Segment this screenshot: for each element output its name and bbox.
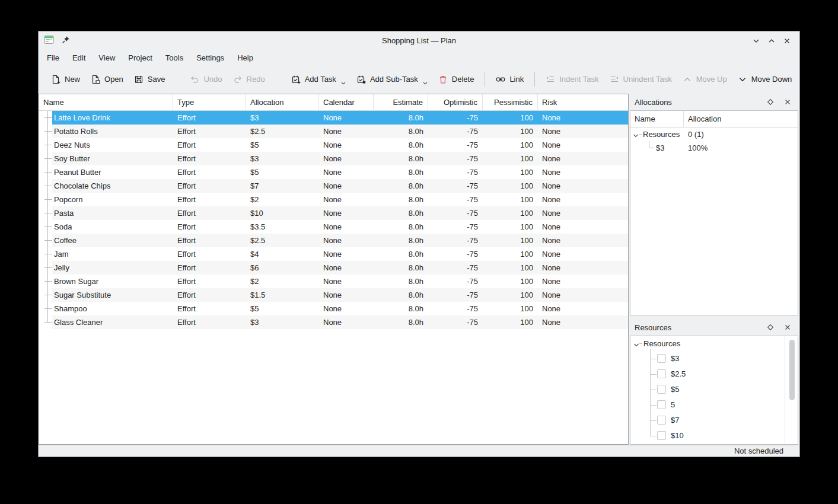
minimize-button[interactable] bbox=[751, 36, 761, 46]
cell-type: Effort bbox=[173, 165, 246, 179]
toolbar-button-move-down[interactable]: Move Down bbox=[732, 70, 798, 89]
column-header-name[interactable]: Name bbox=[39, 94, 173, 110]
resource-item[interactable]: $7 bbox=[630, 413, 798, 428]
resource-item[interactable]: $5 bbox=[630, 382, 798, 397]
cell-type: Effort bbox=[173, 111, 246, 125]
cell-allocation: $3 bbox=[246, 152, 319, 165]
cell-name: Sugar Substitute bbox=[39, 288, 173, 302]
task-row[interactable]: ShampooEffort$5None8.0h-75100None bbox=[39, 302, 628, 315]
task-row[interactable]: Peanut ButterEffort$5None8.0h-75100None bbox=[39, 165, 628, 179]
toolbar-button-save[interactable]: Save bbox=[129, 70, 171, 89]
task-row[interactable]: Brown SugarEffort$2None8.0h-75100None bbox=[39, 275, 628, 288]
menu-file[interactable]: File bbox=[40, 50, 66, 65]
toolbar-button-add-sub-task[interactable]: Add Sub-Task bbox=[351, 70, 433, 89]
toolbar-button-label: Indent Task bbox=[559, 75, 598, 84]
allocations-child-row[interactable]: $3 100% bbox=[630, 141, 798, 155]
resource-label: $7 bbox=[671, 413, 679, 428]
cell-estimate: 8.0h bbox=[374, 206, 428, 220]
column-header-allocation[interactable]: Allocation bbox=[246, 94, 319, 110]
pin-icon[interactable] bbox=[62, 36, 70, 46]
maximize-button[interactable] bbox=[766, 36, 777, 46]
column-header-optimistic[interactable]: Optimistic bbox=[428, 94, 483, 110]
menu-project[interactable]: Project bbox=[122, 50, 158, 65]
task-table: NameTypeAllocationCalendarEstimateOptimi… bbox=[39, 94, 629, 445]
resources-root-row[interactable]: Resources bbox=[630, 336, 798, 351]
save-icon bbox=[134, 75, 144, 84]
allocations-column-allocation[interactable]: Allocation bbox=[684, 111, 798, 127]
scrollbar-thumb[interactable] bbox=[789, 340, 795, 400]
resource-checkbox[interactable] bbox=[657, 385, 666, 394]
task-row[interactable]: SodaEffort$3.5None8.0h-75100None bbox=[39, 220, 628, 234]
menu-help[interactable]: Help bbox=[231, 50, 260, 65]
task-row[interactable]: JellyEffort$6None8.0h-75100None bbox=[39, 261, 628, 275]
column-header-type[interactable]: Type bbox=[173, 94, 246, 110]
cell-calendar: None bbox=[319, 220, 374, 234]
float-panel-button[interactable] bbox=[766, 97, 775, 107]
cell-type: Effort bbox=[173, 315, 246, 329]
resource-checkbox[interactable] bbox=[657, 400, 666, 409]
toolbar-button-new[interactable]: New bbox=[46, 70, 85, 89]
column-header-pessimistic[interactable]: Pessimistic bbox=[483, 94, 538, 110]
task-row[interactable]: PopcornEffort$2None8.0h-75100None bbox=[39, 193, 628, 206]
resource-item[interactable]: 5 bbox=[630, 397, 798, 413]
resource-checkbox[interactable] bbox=[657, 369, 666, 378]
task-row[interactable]: PastaEffort$10None8.0h-75100None bbox=[39, 206, 628, 220]
task-row[interactable]: CoffeeEffort$2.5None8.0h-75100None bbox=[39, 234, 628, 247]
task-row[interactable]: Soy ButterEffort$3None8.0h-75100None bbox=[39, 152, 628, 165]
cell-optimistic: -75 bbox=[428, 288, 483, 302]
resource-item[interactable]: $10 bbox=[630, 428, 798, 444]
cell-optimistic: -75 bbox=[428, 138, 483, 152]
cell-calendar: None bbox=[319, 179, 374, 193]
close-button[interactable] bbox=[782, 36, 792, 46]
toolbar-button-delete[interactable]: Delete bbox=[433, 70, 480, 89]
column-header-estimate[interactable]: Estimate bbox=[374, 94, 428, 110]
allocations-root-row[interactable]: Resources 0 (1) bbox=[630, 127, 798, 141]
cell-optimistic: -75 bbox=[428, 125, 483, 138]
task-row[interactable]: Latte Love DrinkEffort$3None8.0h-75100No… bbox=[39, 111, 628, 125]
task-row[interactable]: Glass CleanerEffort$3None8.0h-75100None bbox=[39, 315, 628, 329]
resource-checkbox[interactable] bbox=[657, 431, 666, 440]
cell-type: Effort bbox=[173, 206, 246, 220]
cell-risk: None bbox=[538, 261, 628, 275]
status-text: Not scheduled bbox=[734, 446, 783, 455]
dropdown-chevron-icon bbox=[423, 82, 428, 85]
column-header-risk[interactable]: Risk bbox=[538, 94, 628, 110]
resource-checkbox[interactable] bbox=[657, 354, 666, 363]
chevron-down-icon[interactable] bbox=[633, 341, 639, 350]
cell-name: Chocolate Chips bbox=[39, 179, 173, 193]
resource-checkbox[interactable] bbox=[657, 416, 666, 425]
task-row[interactable]: Chocolate ChipsEffort$7None8.0h-75100Non… bbox=[39, 179, 628, 193]
cell-calendar: None bbox=[319, 234, 374, 247]
column-header-calendar[interactable]: Calendar bbox=[319, 94, 374, 110]
toolbar-button-open[interactable]: Open bbox=[85, 70, 129, 89]
resource-item[interactable]: $3 bbox=[630, 351, 798, 366]
chevron-down-icon[interactable] bbox=[633, 132, 639, 141]
task-row[interactable]: Sugar SubstituteEffort$1.5None8.0h-75100… bbox=[39, 288, 628, 302]
menu-settings[interactable]: Settings bbox=[190, 50, 231, 65]
cell-name: Soy Butter bbox=[39, 152, 173, 165]
toolbar-button-indent-task: Indent Task bbox=[540, 70, 604, 89]
scrollbar-track[interactable] bbox=[789, 338, 795, 442]
app-icon[interactable] bbox=[44, 35, 54, 46]
task-row[interactable]: JamEffort$4None8.0h-75100None bbox=[39, 247, 628, 261]
cell-type: Effort bbox=[173, 125, 246, 138]
allocations-column-name[interactable]: Name bbox=[630, 111, 684, 127]
close-panel-button[interactable] bbox=[783, 323, 792, 332]
task-row[interactable]: Potatto RollsEffort$2.5None8.0h-75100Non… bbox=[39, 125, 628, 138]
resource-item[interactable]: $2.5 bbox=[630, 366, 798, 382]
cell-type: Effort bbox=[173, 220, 246, 234]
close-panel-button[interactable] bbox=[783, 97, 792, 107]
float-panel-button[interactable] bbox=[766, 323, 775, 332]
toolbar-button-link[interactable]: Link bbox=[490, 70, 529, 89]
cell-allocation: $10 bbox=[246, 206, 319, 220]
cell-calendar: None bbox=[319, 288, 374, 302]
menu-edit[interactable]: Edit bbox=[66, 50, 92, 65]
cell-risk: None bbox=[538, 302, 628, 315]
task-row[interactable]: Deez NutsEffort$5None8.0h-75100None bbox=[39, 138, 628, 152]
move-up-icon bbox=[683, 75, 692, 84]
cell-type: Effort bbox=[173, 302, 246, 315]
menu-tools[interactable]: Tools bbox=[159, 50, 190, 65]
toolbar-button-add-task[interactable]: Add Task bbox=[286, 70, 351, 89]
cell-optimistic: -75 bbox=[428, 220, 483, 234]
menu-view[interactable]: View bbox=[92, 50, 122, 65]
